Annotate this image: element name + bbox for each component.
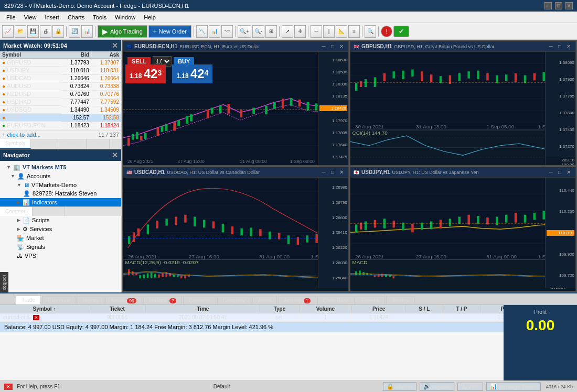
close-button[interactable]: ✕: [565, 2, 573, 9]
term-tab-articles[interactable]: Articles 1: [278, 296, 316, 304]
toolbar-hline[interactable]: ─: [311, 25, 322, 38]
nav-scripts[interactable]: ▶ 📄 Scripts: [0, 216, 121, 225]
mw-symbol-cell[interactable]: ● GBPUSD: [0, 59, 61, 67]
term-tab-alerts[interactable]: Alerts: [252, 296, 277, 304]
toolbar-zoom-in[interactable]: 🔍+: [238, 25, 251, 38]
toolbar-btn2[interactable]: 📂: [15, 25, 26, 38]
term-tab-experts[interactable]: Experts: [356, 296, 385, 304]
nav-market[interactable]: 🏪 Market: [0, 234, 121, 243]
table-row[interactable]: eurusd-ecn ✕ 9880056 2021.09.02 09:50:41…: [0, 313, 577, 322]
svg-rect-46: [360, 81, 362, 87]
chart-eurusd-close[interactable]: ✕: [338, 43, 345, 49]
toolbar-btn3[interactable]: 💾: [27, 25, 39, 38]
maximize-button[interactable]: □: [555, 2, 562, 9]
toolbar-tline[interactable]: 📐: [336, 25, 347, 38]
toolbar-fibo[interactable]: ≡: [348, 25, 360, 38]
tab-details[interactable]: Details: [31, 139, 58, 149]
close-trade-btn[interactable]: ✕: [33, 315, 39, 320]
chart-usdjpy-close[interactable]: ✕: [565, 169, 572, 175]
col-sl: S / L: [405, 305, 443, 313]
mw-symbol-cell[interactable]: ● USDHKD: [0, 98, 61, 106]
mw-symbol-cell[interactable]: ● USDJPY: [0, 67, 61, 74]
algo-trading-button[interactable]: ▶ Algo Trading: [98, 25, 147, 38]
nav-services[interactable]: ▶ ⚙ Services: [0, 225, 121, 234]
signals-statusbar-btn[interactable]: 🔊 Signals: [420, 382, 454, 391]
menu-charts[interactable]: Charts: [63, 13, 89, 21]
minimize-button[interactable]: ─: [544, 2, 552, 9]
mw-symbol-cell[interactable]: ● EURUSD-ECN: [0, 122, 61, 129]
mw-symbol-cell[interactable]: ● AAPL: [0, 114, 61, 122]
mw-add-symbol[interactable]: + click to add...: [2, 132, 41, 138]
nav-tab-favorites[interactable]: Favorites: [33, 207, 65, 216]
toolbar-new-chart[interactable]: 📈: [2, 25, 14, 38]
nav-vtmarkets-demo[interactable]: ▼ 🖥 VTMarkets-Demo: [0, 181, 121, 189]
nav-vps[interactable]: 🖧 VPS: [0, 252, 121, 260]
chart-eurusd-body[interactable]: SELL 1.00 BUY 1.18 423 1.18 424: [123, 52, 348, 165]
chart-gbpusd-body[interactable]: 1.37793 CCI(14) 144.70: [350, 52, 575, 165]
chart-gbpusd-minimize[interactable]: ─: [547, 43, 554, 49]
toolbar-zoom-fit[interactable]: ⊞: [265, 25, 277, 38]
navigator-close[interactable]: ✕: [112, 151, 118, 159]
tab-ticks[interactable]: Ticks: [87, 139, 110, 149]
market-statusbar-btn[interactable]: 🔒 Market: [383, 382, 416, 391]
menu-insert[interactable]: Insert: [40, 13, 63, 21]
chart-usdjpy-minimize[interactable]: ─: [547, 169, 554, 175]
toolbar-btn7[interactable]: 📊: [81, 25, 93, 38]
chart-eurusd-minimize[interactable]: ─: [320, 43, 327, 49]
menu-view[interactable]: View: [20, 13, 41, 21]
strategy-tester-btn[interactable]: 📊 Strategy Tester: [486, 382, 541, 391]
nav-signals[interactable]: 📡 Signals: [0, 243, 121, 252]
toolbar-search[interactable]: 🔍: [365, 25, 376, 38]
chart-usdjpy-body[interactable]: 110.018 MACD: [350, 178, 575, 291]
nav-root[interactable]: ▼ 🏢 VT Markets MT5: [0, 163, 121, 172]
mw-symbol-cell[interactable]: ● AUDUSD: [0, 82, 61, 90]
toolbar-arrow[interactable]: ↗: [282, 25, 293, 38]
close-terminal-btn[interactable]: ✕: [4, 384, 13, 390]
chart-usdcad-maximize[interactable]: □: [329, 169, 336, 175]
chart-usdcad-close[interactable]: ✕: [338, 169, 345, 175]
market-watch-close[interactable]: ✕: [112, 41, 118, 50]
term-tab-journal[interactable]: Journal: [386, 296, 415, 304]
toolbar-print[interactable]: 🖨: [40, 25, 51, 38]
term-tab-calendar[interactable]: Calendar: [183, 296, 216, 304]
chart-gbpusd-maximize[interactable]: □: [556, 43, 563, 49]
nav-accounts[interactable]: ▼ 👤 Accounts: [0, 172, 121, 181]
term-tab-news[interactable]: News 99: [105, 296, 142, 304]
toolbar-disconnect[interactable]: !: [381, 26, 392, 37]
term-tab-codebase[interactable]: Code Base: [317, 296, 355, 304]
toolbar-chart-type1[interactable]: 📉: [196, 25, 208, 38]
mw-symbol-cell[interactable]: ● NZDUSD: [0, 90, 61, 98]
menu-tools[interactable]: Tools: [89, 13, 111, 21]
term-tab-exposure[interactable]: Exposure: [42, 296, 76, 304]
toolbar-vline[interactable]: |: [323, 25, 335, 38]
new-order-button[interactable]: + New Order: [148, 25, 191, 38]
chart-usdcad-body[interactable]: 1.26046 MACD(12,26,9) -0.0219 -0.0207: [123, 178, 348, 291]
vps-statusbar-btn[interactable]: 🖧 VPS: [457, 383, 483, 391]
chart-usdcad-minimize[interactable]: ─: [320, 169, 327, 175]
menu-help[interactable]: Help: [140, 13, 160, 21]
mw-symbol-cell[interactable]: ● USDCAD: [0, 74, 61, 82]
menu-window[interactable]: Window: [111, 13, 140, 21]
tab-trading[interactable]: Trading: [58, 139, 87, 149]
chart-eurusd-maximize[interactable]: □: [329, 43, 336, 49]
term-tab-trade[interactable]: Trade: [16, 296, 41, 304]
nav-indicators[interactable]: ▶ 📊 Indicators: [0, 198, 121, 207]
nav-account-user[interactable]: 👤 829728: Hatzakis Steven: [0, 189, 121, 198]
term-tab-company[interactable]: Company: [217, 296, 251, 304]
toolbox-tab[interactable]: Toolbox: [0, 272, 8, 292]
toolbar-connect[interactable]: ✔: [393, 26, 409, 37]
term-tab-mailbox[interactable]: Mailbox 7: [143, 296, 182, 304]
chart-usdjpy-maximize[interactable]: □: [556, 169, 563, 175]
menu-file[interactable]: File: [2, 13, 20, 21]
toolbar-zoom-out[interactable]: 🔍-: [252, 25, 264, 38]
term-tab-history[interactable]: History: [77, 296, 104, 304]
toolbar-chart-type2[interactable]: 📊: [209, 25, 220, 38]
mw-symbol-cell[interactable]: ● USDSGD: [0, 106, 61, 114]
chart-gbpusd-close[interactable]: ✕: [565, 43, 572, 49]
nav-tab-common[interactable]: Common: [0, 207, 33, 216]
toolbar-chart-type3[interactable]: 〰: [221, 25, 233, 38]
tab-symbols[interactable]: Symbols: [0, 139, 31, 149]
toolbar-btn6[interactable]: 🔄: [69, 25, 80, 38]
toolbar-btn5[interactable]: 🔒: [52, 25, 64, 38]
toolbar-crosshair[interactable]: ✛: [294, 25, 306, 38]
